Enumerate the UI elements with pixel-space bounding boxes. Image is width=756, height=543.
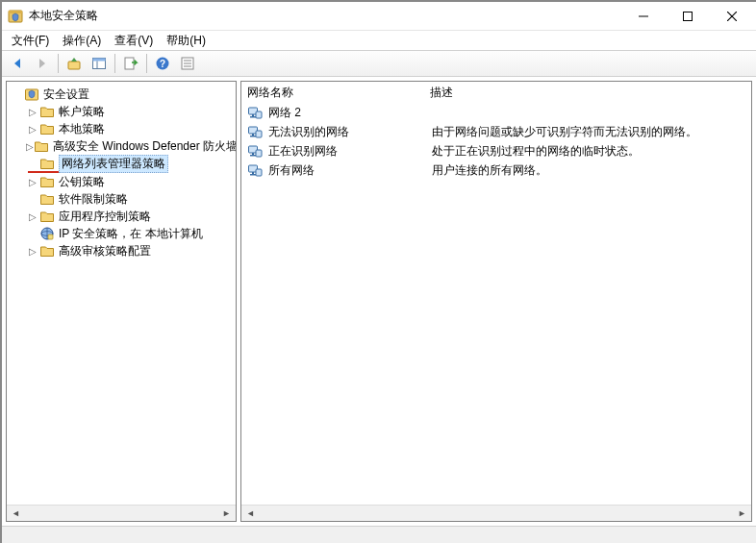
- body: 安全设置 ▷帐户策略▷本地策略▷高级安全 Windows Defender 防火…: [2, 77, 756, 526]
- forward-button[interactable]: [31, 53, 54, 74]
- scroll-left-icon[interactable]: ◄: [8, 506, 24, 521]
- list-h-scrollbar[interactable]: ◄ ►: [241, 505, 751, 521]
- security-root-icon: [24, 86, 39, 102]
- expander-icon[interactable]: ▷: [26, 177, 39, 187]
- back-button[interactable]: [6, 53, 29, 74]
- list-body[interactable]: 网络 2无法识别的网络由于网络问题或缺少可识别字符而无法识别的网络。正在识别网络…: [241, 103, 751, 505]
- tree-item[interactable]: IP 安全策略，在 本地计算机: [9, 225, 234, 242]
- folder-icon: [39, 209, 55, 224]
- expander-icon[interactable]: ▷: [26, 141, 34, 152]
- network-icon: [247, 143, 263, 159]
- tree-root-item[interactable]: 安全设置: [9, 86, 234, 103]
- list-cell-desc: 用户连接的所有网络。: [432, 162, 745, 179]
- toolbar: ?: [2, 50, 756, 77]
- menu-help[interactable]: 帮助(H): [161, 32, 212, 50]
- column-network-name[interactable]: 网络名称: [247, 85, 430, 101]
- svg-rect-1: [9, 11, 22, 13]
- expander-icon[interactable]: ▷: [26, 246, 39, 257]
- list-cell-name: 网络 2: [268, 105, 432, 121]
- folder-icon: [39, 104, 55, 119]
- folder-icon: [39, 191, 55, 207]
- folder-icon: [34, 138, 49, 154]
- show-hide-tree-button[interactable]: [88, 53, 111, 74]
- export-button[interactable]: [119, 53, 142, 74]
- tree-item-label: 帐户策略: [59, 104, 105, 120]
- svg-rect-31: [252, 153, 254, 155]
- tree-root-label: 安全设置: [43, 86, 89, 103]
- list-cell-desc: 处于正在识别过程中的网络的临时状态。: [432, 143, 745, 160]
- properties-button[interactable]: [176, 53, 199, 74]
- tree-item[interactable]: ▷公钥策略: [9, 173, 234, 190]
- toolbar-separator: [58, 54, 59, 73]
- tree-item-label: 应用程序控制策略: [59, 209, 151, 225]
- window-title: 本地安全策略: [29, 8, 621, 24]
- list-cell-name: 正在识别网络: [268, 143, 432, 160]
- expander-icon[interactable]: ▷: [26, 124, 39, 135]
- tree-item-label: 软件限制策略: [59, 191, 128, 208]
- network-icon: [247, 162, 263, 178]
- tree-item[interactable]: 软件限制策略: [9, 190, 234, 208]
- folder-icon: [39, 121, 55, 136]
- scroll-left-icon[interactable]: ◄: [242, 506, 259, 521]
- svg-rect-37: [256, 169, 262, 176]
- svg-rect-35: [252, 172, 254, 174]
- tree-item[interactable]: ▷应用程序控制策略: [9, 208, 234, 225]
- list-cell-name: 无法识别的网络: [268, 124, 432, 140]
- tree-item[interactable]: ▷本地策略: [9, 120, 234, 137]
- svg-rect-6: [68, 62, 80, 69]
- list-row[interactable]: 无法识别的网络由于网络问题或缺少可识别字符而无法识别的网络。: [247, 122, 745, 141]
- list-row[interactable]: 所有网络用户连接的所有网络。: [247, 160, 745, 180]
- list-cell-name: 所有网络: [268, 162, 432, 179]
- tree-item-label: 高级审核策略配置: [59, 243, 151, 259]
- tree-item[interactable]: ▷高级审核策略配置: [9, 242, 234, 259]
- network-icon: [247, 105, 263, 120]
- menu-bar: 文件(F) 操作(A) 查看(V) 帮助(H): [2, 31, 756, 50]
- svg-rect-23: [252, 114, 254, 116]
- tree-item-label: IP 安全策略，在 本地计算机: [59, 226, 203, 242]
- tree-item[interactable]: 网络列表管理器策略: [9, 155, 234, 172]
- folder-icon: [39, 174, 55, 189]
- status-bar: [2, 526, 756, 543]
- toolbar-separator: [114, 54, 115, 73]
- svg-rect-27: [252, 134, 254, 136]
- help-button[interactable]: ?: [151, 53, 174, 74]
- svg-rect-3: [684, 12, 693, 20]
- menu-file[interactable]: 文件(F): [6, 32, 55, 50]
- up-button[interactable]: [63, 53, 86, 74]
- tree-item-label: 高级安全 Windows Defender 防火墙: [53, 138, 236, 155]
- svg-rect-32: [250, 155, 256, 157]
- toolbar-separator: [146, 54, 147, 73]
- tree-item-label: 公钥策略: [59, 174, 105, 190]
- tree-item[interactable]: ▷高级安全 Windows Defender 防火墙: [9, 137, 234, 155]
- svg-rect-33: [256, 150, 262, 157]
- scroll-right-icon[interactable]: ►: [734, 506, 750, 521]
- expander-icon[interactable]: ▷: [26, 211, 39, 222]
- tree-item[interactable]: ▷帐户策略: [9, 103, 234, 120]
- svg-rect-28: [250, 136, 256, 137]
- list-row[interactable]: 网络 2: [247, 103, 745, 122]
- list-cell-desc: 由于网络问题或缺少可识别字符而无法识别的网络。: [432, 124, 745, 140]
- tree-item-label: 本地策略: [59, 121, 105, 137]
- list-row[interactable]: 正在识别网络处于正在识别过程中的网络的临时状态。: [247, 141, 745, 160]
- column-description[interactable]: 描述: [430, 85, 745, 101]
- tree-scroll[interactable]: 安全设置 ▷帐户策略▷本地策略▷高级安全 Windows Defender 防火…: [7, 82, 236, 505]
- svg-rect-21: [48, 234, 53, 239]
- folder-icon: [39, 156, 55, 171]
- svg-rect-10: [125, 58, 134, 69]
- menu-action[interactable]: 操作(A): [57, 32, 107, 50]
- maximize-button[interactable]: [666, 2, 710, 30]
- minimize-button[interactable]: [621, 2, 666, 30]
- svg-rect-8: [93, 59, 106, 62]
- tree-pane: 安全设置 ▷帐户策略▷本地策略▷高级安全 Windows Defender 防火…: [6, 81, 237, 522]
- tree-h-scrollbar[interactable]: ◄ ►: [7, 505, 236, 521]
- menu-view[interactable]: 查看(V): [109, 32, 159, 50]
- scroll-right-icon[interactable]: ►: [218, 506, 235, 521]
- close-button[interactable]: [710, 2, 754, 30]
- tree-item-label: 网络列表管理器策略: [59, 155, 168, 173]
- svg-rect-29: [256, 131, 262, 137]
- globe-icon: [39, 226, 55, 241]
- svg-rect-24: [250, 116, 256, 118]
- network-icon: [247, 124, 263, 139]
- list-pane: 网络名称 描述 网络 2无法识别的网络由于网络问题或缺少可识别字符而无法识别的网…: [240, 81, 752, 522]
- expander-icon[interactable]: ▷: [26, 107, 39, 117]
